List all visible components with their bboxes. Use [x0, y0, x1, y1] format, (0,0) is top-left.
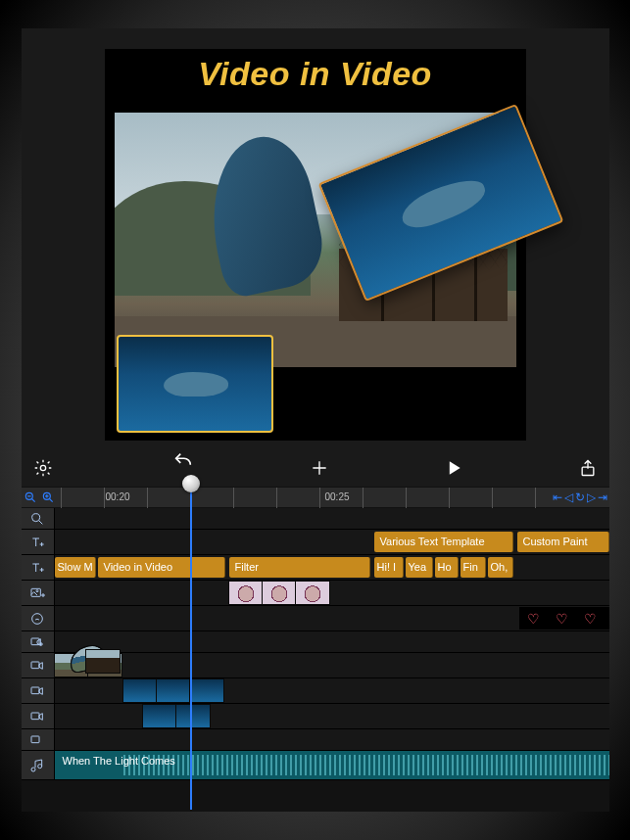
time-ruler[interactable]: 00:20 00:25 ⇤ ◁ ↻ ▷ ⇥	[22, 487, 609, 508]
heart-icon: ♡	[548, 611, 576, 627]
draw-icon	[29, 611, 45, 627]
image-add-icon	[29, 585, 45, 601]
main-video-clip[interactable]	[55, 654, 121, 677]
nav-prev-keyframe-icon[interactable]: ⇤	[553, 490, 562, 505]
plus-icon	[310, 458, 329, 478]
preview-area: Video in Video	[22, 28, 609, 449]
ruler-time-2: 00:25	[325, 491, 350, 502]
music-icon	[29, 758, 45, 773]
track-head-sticker[interactable]	[22, 581, 55, 605]
video-add-icon	[29, 634, 45, 650]
nav-loop-icon[interactable]: ↻	[575, 490, 585, 505]
zoom-in-button[interactable]	[41, 490, 57, 506]
clip-hi[interactable]: Hi! I	[374, 557, 404, 578]
video-add-icon	[29, 683, 45, 699]
video-add-icon	[29, 709, 45, 724]
timeline[interactable]: Various Text Template Custom Paint Slow …	[22, 508, 609, 812]
track-head-audio[interactable]	[22, 751, 55, 779]
audio-clip-label: When The Light Comes	[63, 755, 175, 767]
clip-slow[interactable]: Slow M	[55, 557, 96, 578]
clip-custom-paint[interactable]: Custom Paint	[517, 532, 609, 552]
pip-overlay-2[interactable]	[117, 335, 273, 433]
video-add-icon	[29, 658, 45, 674]
pip2-clip[interactable]	[143, 705, 210, 727]
ruler-ticks	[61, 488, 551, 509]
text-add-icon	[29, 560, 45, 576]
track-head-text2[interactable]	[22, 555, 55, 580]
undo-icon	[172, 450, 194, 472]
zoom-out-button[interactable]	[24, 490, 39, 506]
clip-yea[interactable]: Yea	[406, 557, 433, 578]
clip-ho[interactable]: Ho	[435, 557, 459, 578]
svg-rect-8	[31, 662, 39, 669]
audio-clip[interactable]: When The Light Comes	[55, 751, 609, 779]
clip-oh[interactable]: Oh,	[488, 557, 513, 578]
clip-text-template[interactable]: Various Text Template	[374, 532, 513, 552]
svg-rect-10	[31, 713, 39, 720]
main-toolbar	[22, 449, 609, 487]
track-head-overlay-a[interactable]	[22, 631, 55, 652]
track-zoom	[22, 508, 609, 530]
track-text-templates: Various Text Template Custom Paint	[22, 530, 609, 555]
track-head-spare[interactable]	[22, 729, 55, 750]
track-head-doodle[interactable]	[22, 606, 55, 630]
zoom-in-icon	[41, 490, 55, 504]
zoom-out-icon	[24, 490, 37, 504]
add-button[interactable]	[298, 449, 341, 487]
track-main-video	[22, 653, 609, 678]
play-button[interactable]	[432, 449, 475, 487]
track-titles: Slow M Video in Video Filter Hi! I Yea H…	[22, 555, 609, 581]
ruler-nav: ⇤ ◁ ↻ ▷ ⇥	[553, 490, 607, 505]
video-canvas[interactable]: Video in Video	[105, 49, 526, 441]
heart-icon: ♡	[519, 611, 548, 627]
clip-video-in-video[interactable]: Video in Video	[98, 557, 225, 578]
gear-icon	[33, 458, 53, 478]
track-head-text1[interactable]	[22, 530, 55, 554]
clip-filter[interactable]: Filter	[229, 557, 370, 578]
pip1-clip[interactable]	[123, 679, 223, 702]
track-doodle: ♡♡♡	[22, 606, 609, 631]
settings-button[interactable]	[22, 449, 65, 487]
nav-step-fwd-icon[interactable]: ▷	[587, 490, 596, 505]
nav-step-back-icon[interactable]: ◁	[564, 490, 573, 505]
track-pip-1	[22, 678, 609, 704]
heart-icon: ♡	[576, 611, 605, 627]
ruler-time-1: 00:20	[106, 491, 130, 502]
svg-point-4	[32, 513, 40, 521]
doodle-clip[interactable]: ♡♡♡	[519, 607, 609, 630]
nav-next-keyframe-icon[interactable]: ⇥	[598, 490, 607, 505]
track-head-pip2[interactable]	[22, 704, 55, 728]
video-add-icon	[29, 732, 45, 748]
playhead[interactable]	[190, 477, 192, 810]
track-head-pip1[interactable]	[22, 678, 55, 703]
track-audio: When The Light Comes	[22, 751, 609, 780]
play-icon	[444, 458, 463, 478]
track-head-zoom[interactable]	[22, 508, 55, 529]
overlay-title: Video in Video	[105, 55, 526, 93]
clip-fin[interactable]: Fin	[460, 557, 486, 578]
share-button[interactable]	[566, 449, 609, 487]
svg-point-0	[40, 465, 45, 470]
track-sticker	[22, 581, 609, 606]
svg-rect-11	[31, 736, 39, 743]
text-add-icon	[29, 535, 45, 550]
magnifier-icon	[29, 511, 45, 527]
sticker-clip[interactable]	[229, 582, 329, 604]
track-head-main[interactable]	[22, 653, 55, 677]
share-icon	[578, 458, 598, 478]
track-spare	[22, 729, 609, 751]
app-frame: Video in Video	[22, 28, 609, 812]
svg-rect-9	[31, 687, 39, 694]
track-pip-2	[22, 704, 609, 729]
